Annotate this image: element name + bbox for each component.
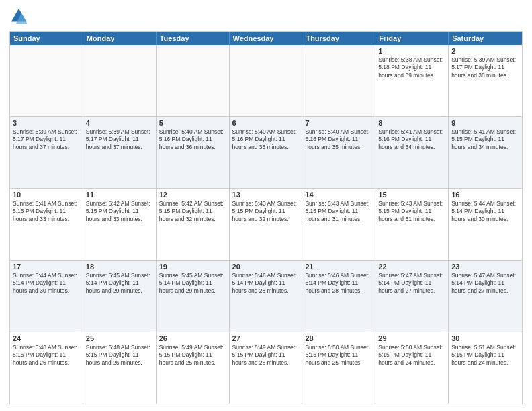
page: SundayMondayTuesdayWednesdayThursdayFrid… xyxy=(0,0,532,411)
day-info: Sunrise: 5:44 AM Sunset: 5:14 PM Dayligh… xyxy=(451,200,519,223)
header xyxy=(9,7,523,26)
calendar-cell xyxy=(10,45,83,116)
calendar-cell: 29Sunrise: 5:50 AM Sunset: 5:15 PM Dayli… xyxy=(375,332,449,404)
calendar-row: 1Sunrise: 5:38 AM Sunset: 5:18 PM Daylig… xyxy=(10,45,522,116)
calendar-cell: 9Sunrise: 5:41 AM Sunset: 5:15 PM Daylig… xyxy=(449,117,522,188)
calendar-header-cell: Wednesday xyxy=(230,32,303,45)
day-number: 21 xyxy=(305,263,372,271)
day-info: Sunrise: 5:50 AM Sunset: 5:15 PM Dayligh… xyxy=(378,344,445,367)
calendar-cell: 26Sunrise: 5:49 AM Sunset: 5:15 PM Dayli… xyxy=(157,332,230,404)
calendar-cell: 13Sunrise: 5:43 AM Sunset: 5:15 PM Dayli… xyxy=(230,189,303,260)
day-number: 5 xyxy=(159,119,226,127)
day-info: Sunrise: 5:50 AM Sunset: 5:15 PM Dayligh… xyxy=(305,344,372,367)
day-number: 25 xyxy=(86,334,153,342)
day-info: Sunrise: 5:41 AM Sunset: 5:15 PM Dayligh… xyxy=(451,128,519,151)
day-number: 15 xyxy=(378,191,445,199)
day-number: 14 xyxy=(305,191,372,199)
calendar-row: 24Sunrise: 5:48 AM Sunset: 5:15 PM Dayli… xyxy=(10,332,522,404)
day-info: Sunrise: 5:49 AM Sunset: 5:15 PM Dayligh… xyxy=(232,344,300,367)
day-info: Sunrise: 5:46 AM Sunset: 5:14 PM Dayligh… xyxy=(232,272,300,295)
calendar-cell: 3Sunrise: 5:39 AM Sunset: 5:17 PM Daylig… xyxy=(10,117,83,188)
calendar-header-cell: Saturday xyxy=(449,32,522,45)
day-info: Sunrise: 5:39 AM Sunset: 5:17 PM Dayligh… xyxy=(86,128,153,151)
day-number: 16 xyxy=(451,191,519,199)
day-number: 27 xyxy=(232,334,300,342)
calendar-cell xyxy=(302,45,375,116)
calendar-cell: 12Sunrise: 5:42 AM Sunset: 5:15 PM Dayli… xyxy=(157,189,230,260)
day-number: 2 xyxy=(451,47,519,55)
day-info: Sunrise: 5:41 AM Sunset: 5:15 PM Dayligh… xyxy=(13,200,80,223)
day-number: 18 xyxy=(86,263,153,271)
calendar: SundayMondayTuesdayWednesdayThursdayFrid… xyxy=(9,31,523,404)
day-info: Sunrise: 5:45 AM Sunset: 5:14 PM Dayligh… xyxy=(86,272,153,295)
day-number: 20 xyxy=(232,263,300,271)
logo xyxy=(9,7,31,26)
day-number: 29 xyxy=(378,334,445,342)
day-number: 3 xyxy=(13,119,80,127)
day-info: Sunrise: 5:40 AM Sunset: 5:16 PM Dayligh… xyxy=(232,128,300,151)
day-number: 19 xyxy=(159,263,226,271)
calendar-cell: 11Sunrise: 5:42 AM Sunset: 5:15 PM Dayli… xyxy=(83,189,157,260)
calendar-cell: 17Sunrise: 5:44 AM Sunset: 5:14 PM Dayli… xyxy=(10,261,83,332)
day-info: Sunrise: 5:48 AM Sunset: 5:15 PM Dayligh… xyxy=(13,344,80,367)
day-info: Sunrise: 5:39 AM Sunset: 5:17 PM Dayligh… xyxy=(451,56,519,79)
calendar-cell: 8Sunrise: 5:41 AM Sunset: 5:16 PM Daylig… xyxy=(375,117,449,188)
day-info: Sunrise: 5:39 AM Sunset: 5:17 PM Dayligh… xyxy=(13,128,80,151)
calendar-cell: 10Sunrise: 5:41 AM Sunset: 5:15 PM Dayli… xyxy=(10,189,83,260)
day-number: 7 xyxy=(305,119,372,127)
day-number: 4 xyxy=(86,119,153,127)
calendar-body: 1Sunrise: 5:38 AM Sunset: 5:18 PM Daylig… xyxy=(10,45,522,404)
day-info: Sunrise: 5:44 AM Sunset: 5:14 PM Dayligh… xyxy=(13,272,80,295)
day-info: Sunrise: 5:42 AM Sunset: 5:15 PM Dayligh… xyxy=(86,200,153,223)
day-info: Sunrise: 5:49 AM Sunset: 5:15 PM Dayligh… xyxy=(159,344,226,367)
day-number: 10 xyxy=(13,191,80,199)
day-info: Sunrise: 5:41 AM Sunset: 5:16 PM Dayligh… xyxy=(378,128,445,151)
day-info: Sunrise: 5:40 AM Sunset: 5:16 PM Dayligh… xyxy=(159,128,226,151)
day-number: 17 xyxy=(13,263,80,271)
calendar-row: 10Sunrise: 5:41 AM Sunset: 5:15 PM Dayli… xyxy=(10,188,522,260)
day-info: Sunrise: 5:46 AM Sunset: 5:14 PM Dayligh… xyxy=(305,272,372,295)
calendar-header: SundayMondayTuesdayWednesdayThursdayFrid… xyxy=(10,32,522,45)
calendar-cell: 15Sunrise: 5:43 AM Sunset: 5:15 PM Dayli… xyxy=(375,189,449,260)
day-number: 1 xyxy=(378,47,445,55)
calendar-cell: 23Sunrise: 5:47 AM Sunset: 5:14 PM Dayli… xyxy=(449,261,522,332)
day-number: 9 xyxy=(451,119,519,127)
calendar-header-cell: Tuesday xyxy=(157,32,230,45)
calendar-cell: 28Sunrise: 5:50 AM Sunset: 5:15 PM Dayli… xyxy=(302,332,375,404)
calendar-cell: 5Sunrise: 5:40 AM Sunset: 5:16 PM Daylig… xyxy=(157,117,230,188)
day-number: 23 xyxy=(451,263,519,271)
logo-icon xyxy=(9,7,28,26)
day-number: 13 xyxy=(232,191,300,199)
calendar-cell: 25Sunrise: 5:48 AM Sunset: 5:15 PM Dayli… xyxy=(83,332,157,404)
calendar-cell: 4Sunrise: 5:39 AM Sunset: 5:17 PM Daylig… xyxy=(83,117,157,188)
calendar-cell: 24Sunrise: 5:48 AM Sunset: 5:15 PM Dayli… xyxy=(10,332,83,404)
day-info: Sunrise: 5:43 AM Sunset: 5:15 PM Dayligh… xyxy=(232,200,300,223)
calendar-cell: 20Sunrise: 5:46 AM Sunset: 5:14 PM Dayli… xyxy=(230,261,303,332)
calendar-cell: 1Sunrise: 5:38 AM Sunset: 5:18 PM Daylig… xyxy=(375,45,449,116)
calendar-cell: 21Sunrise: 5:46 AM Sunset: 5:14 PM Dayli… xyxy=(302,261,375,332)
calendar-cell xyxy=(230,45,303,116)
calendar-cell xyxy=(157,45,230,116)
calendar-cell: 22Sunrise: 5:47 AM Sunset: 5:14 PM Dayli… xyxy=(375,261,449,332)
calendar-cell: 6Sunrise: 5:40 AM Sunset: 5:16 PM Daylig… xyxy=(230,117,303,188)
calendar-row: 17Sunrise: 5:44 AM Sunset: 5:14 PM Dayli… xyxy=(10,260,522,332)
day-info: Sunrise: 5:42 AM Sunset: 5:15 PM Dayligh… xyxy=(159,200,226,223)
day-number: 22 xyxy=(378,263,445,271)
calendar-cell: 27Sunrise: 5:49 AM Sunset: 5:15 PM Dayli… xyxy=(230,332,303,404)
day-info: Sunrise: 5:43 AM Sunset: 5:15 PM Dayligh… xyxy=(305,200,372,223)
calendar-header-cell: Thursday xyxy=(302,32,375,45)
day-info: Sunrise: 5:48 AM Sunset: 5:15 PM Dayligh… xyxy=(86,344,153,367)
day-number: 28 xyxy=(305,334,372,342)
calendar-cell: 19Sunrise: 5:45 AM Sunset: 5:14 PM Dayli… xyxy=(157,261,230,332)
day-number: 11 xyxy=(86,191,153,199)
calendar-row: 3Sunrise: 5:39 AM Sunset: 5:17 PM Daylig… xyxy=(10,116,522,188)
calendar-cell: 18Sunrise: 5:45 AM Sunset: 5:14 PM Dayli… xyxy=(83,261,157,332)
calendar-header-cell: Friday xyxy=(375,32,449,45)
day-number: 8 xyxy=(378,119,445,127)
calendar-header-cell: Sunday xyxy=(10,32,83,45)
day-info: Sunrise: 5:45 AM Sunset: 5:14 PM Dayligh… xyxy=(159,272,226,295)
day-info: Sunrise: 5:47 AM Sunset: 5:14 PM Dayligh… xyxy=(451,272,519,295)
day-number: 6 xyxy=(232,119,300,127)
calendar-cell xyxy=(83,45,157,116)
day-info: Sunrise: 5:43 AM Sunset: 5:15 PM Dayligh… xyxy=(378,200,445,223)
